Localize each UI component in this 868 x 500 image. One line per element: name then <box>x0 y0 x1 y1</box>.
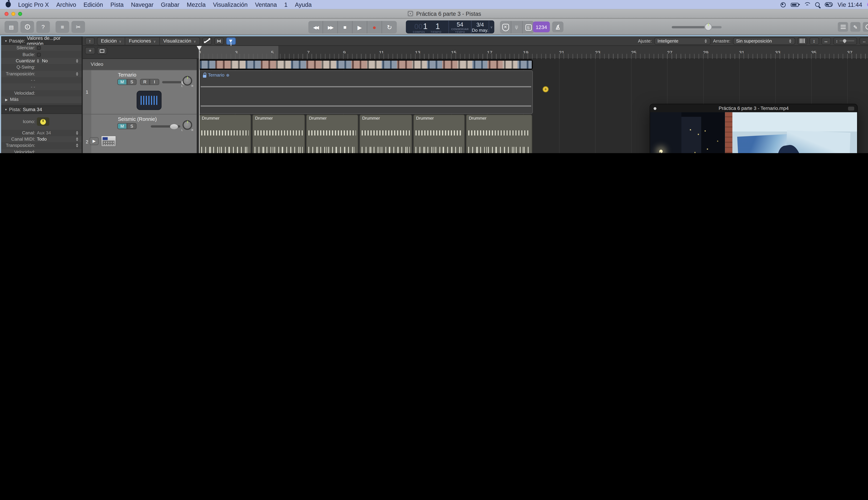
track1-input-button[interactable]: I <box>150 79 159 85</box>
playhead[interactable] <box>199 46 199 153</box>
solo-mode-icon[interactable]: S <box>523 21 534 34</box>
control-center-icon[interactable] <box>825 2 833 7</box>
track1-pan-knob[interactable]: LR <box>182 76 192 86</box>
menu-pista[interactable]: Pista <box>111 1 124 8</box>
stop-button[interactable]: ■ <box>338 21 353 34</box>
track-inspector-header[interactable]: ▼ Pista: Suma 34 <box>1 105 82 114</box>
tracks-menu-visualizacion[interactable]: Visualización∨ <box>160 37 199 44</box>
minimize-button[interactable] <box>11 12 15 16</box>
row-mas[interactable]: ▶Más <box>1 96 82 103</box>
tracks-menu-edicion[interactable]: Edición∨ <box>98 37 126 44</box>
menu-edicion[interactable]: Edición <box>83 1 103 8</box>
catch-playhead-icon[interactable] <box>226 37 236 44</box>
track2-solo-button[interactable]: S <box>127 123 137 129</box>
track-header-1[interactable]: 1 Ternario M S R I LR <box>83 70 197 115</box>
track-header-2[interactable]: 2 Seismic (Ronnie) M S LR ▶ <box>83 115 197 153</box>
track2-pan-knob[interactable]: LR <box>182 120 192 130</box>
play-button[interactable]: ▶ <box>353 21 367 34</box>
wifi-icon[interactable] <box>803 2 810 7</box>
inspector-icon[interactable]: i <box>21 21 34 33</box>
tools-icon[interactable]: ✂ <box>71 21 85 33</box>
track2-mute-button[interactable]: M <box>117 123 127 129</box>
movie-window[interactable]: Práctica 6 parte 3 - Ternario.mp4 <box>650 104 858 153</box>
track1-record-button[interactable]: R <box>140 79 150 85</box>
add-section-badge[interactable]: + <box>542 86 549 92</box>
master-volume-slider[interactable] <box>672 26 721 28</box>
region-drummer[interactable]: Drummer <box>413 115 465 153</box>
menu-logic[interactable]: Logic Pro X <box>18 1 49 8</box>
track-alternatives-button[interactable] <box>97 47 107 54</box>
count-in-button[interactable]: 1234 <box>533 22 550 32</box>
toolbar-compose-icon[interactable]: ✎ <box>850 22 860 32</box>
menu-clock[interactable]: Vie 11:44 <box>838 1 862 8</box>
cuantizar-menu-stepper[interactable] <box>76 59 79 63</box>
menu-ventana[interactable]: Ventana <box>255 1 277 8</box>
canal-stepper[interactable] <box>76 131 79 135</box>
lcd-chevron-icon[interactable]: ∨ <box>490 25 493 29</box>
track1-volume-slider[interactable] <box>162 81 181 83</box>
canal-midi-stepper[interactable] <box>76 137 79 141</box>
quick-help-icon[interactable]: ? <box>36 21 50 33</box>
apple-menu-icon[interactable] <box>6 2 11 8</box>
zoom-button[interactable] <box>18 12 22 16</box>
vertical-zoom-slider[interactable]: ↕ <box>833 37 857 44</box>
drag-select[interactable]: Sin superposición <box>733 37 795 44</box>
no-overlap-icon[interactable]: ✕ <box>500 21 511 34</box>
video-thumbnail-strip[interactable] <box>199 59 533 70</box>
transposicion-stepper[interactable] <box>76 72 79 76</box>
toolbar-list-icon[interactable] <box>838 22 848 32</box>
tuner-icon[interactable]: ⋔ <box>511 21 523 34</box>
siri-icon[interactable] <box>867 2 868 8</box>
record-button[interactable]: ● <box>367 21 382 34</box>
region-drummer[interactable]: Drummer <box>306 115 358 153</box>
tracks-menu-funciones[interactable]: Funciones∨ <box>126 37 160 44</box>
menu-mezcla[interactable]: Mezcla <box>187 1 206 8</box>
spotlight-icon[interactable] <box>815 2 819 7</box>
menu-archivo[interactable]: Archivo <box>56 1 76 8</box>
track2-volume-slider[interactable] <box>151 125 180 128</box>
snap-select[interactable]: Inteligente <box>654 37 711 44</box>
forward-button[interactable]: ▶▶ <box>323 21 338 34</box>
cycle-button[interactable]: ↻ <box>382 21 397 34</box>
drummer-play-icon[interactable]: ▶ <box>90 137 99 145</box>
video-track-header[interactable]: Vídeo <box>83 59 197 70</box>
horizontal-zoom-icon[interactable]: ↔ <box>821 37 831 44</box>
track-icon-well[interactable] <box>37 117 49 126</box>
lcd-display[interactable]: 00 1 1 COMPÁS TIEMPO 54 CONSERVAR TEMPO … <box>406 21 494 34</box>
rewind-button[interactable]: ◀◀ <box>308 21 323 34</box>
close-button[interactable] <box>4 12 9 16</box>
track1-solo-button[interactable]: S <box>127 79 137 85</box>
region-drummer[interactable]: Drummer <box>359 115 412 153</box>
region-ternario[interactable]: Ternario⊕ <box>199 70 533 114</box>
transposicion2-stepper[interactable] <box>76 144 79 148</box>
movie-resize-button[interactable] <box>848 106 854 110</box>
region-drummer[interactable]: Drummer <box>466 115 532 153</box>
back-icon[interactable]: ↑ <box>85 37 95 44</box>
toolbar-user-icon[interactable] <box>863 22 868 32</box>
waveform-zoom-icon[interactable] <box>797 37 807 44</box>
flex-icon[interactable]: ⋈ <box>214 37 224 44</box>
movie-window-titlebar[interactable]: Práctica 6 parte 3 - Ternario.mp4 <box>650 104 857 112</box>
menu-navegar[interactable]: Navegar <box>131 1 153 8</box>
smart-controls-icon[interactable]: ≡ <box>56 21 69 33</box>
menu-grabar[interactable]: Grabar <box>161 1 180 8</box>
track1-mute-button[interactable]: M <box>117 79 127 85</box>
cuantizar-stepper[interactable] <box>37 59 39 63</box>
silenciar-checkbox[interactable] <box>37 46 41 50</box>
bucle-checkbox[interactable] <box>37 53 41 56</box>
automation-icon[interactable] <box>202 37 212 44</box>
toggle-library-icon[interactable]: ▤ <box>4 21 18 33</box>
vertical-zoom-icon[interactable]: ↕ <box>809 37 819 44</box>
battery-icon[interactable] <box>791 3 799 7</box>
metronome-icon[interactable]: ∆ <box>552 22 563 32</box>
region-drummer[interactable]: Drummer <box>199 115 251 153</box>
add-track-button[interactable]: + <box>85 47 95 54</box>
menu-visualizacion[interactable]: Visualización <box>213 1 248 8</box>
menu-1[interactable]: 1 <box>284 1 287 8</box>
region-inspector-header[interactable]: ▼ Pasaje: Valores de...por omisión <box>1 36 82 45</box>
horizontal-zoom-slider[interactable]: ↔ <box>859 37 868 44</box>
region-drummer[interactable]: Drummer <box>252 115 305 153</box>
menu-ayuda[interactable]: Ayuda <box>295 1 312 8</box>
movie-close-button[interactable] <box>654 107 656 110</box>
screen-record-icon[interactable] <box>780 2 785 7</box>
